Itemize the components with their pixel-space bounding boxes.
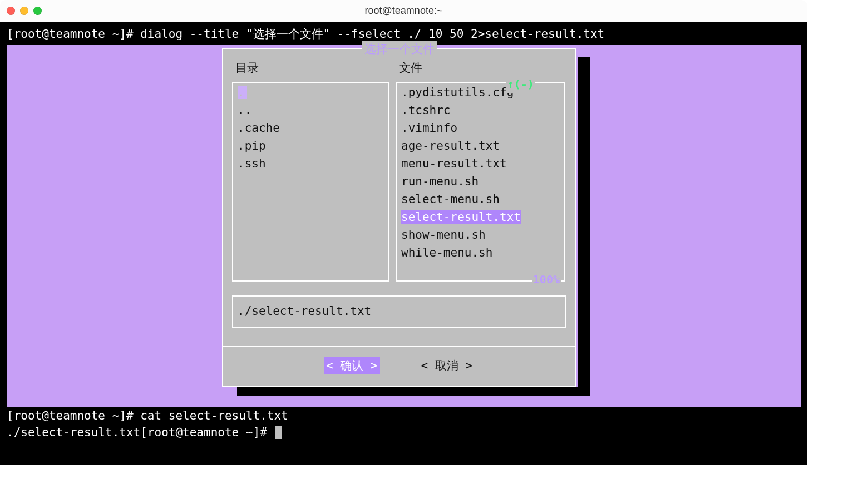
cancel-button[interactable]: < 取消 >	[419, 357, 475, 374]
window-title: root@teamnote:~	[0, 5, 807, 17]
path-input[interactable]: ./select-result.txt	[232, 295, 566, 328]
dialog-background: 选择一个文件 目录 文件 ....cache.pip.ssh ↑(-) 100%…	[7, 45, 801, 407]
directory-list[interactable]: ....cache.pip.ssh	[232, 82, 389, 282]
file-item[interactable]: show-menu.sh	[397, 226, 564, 244]
file-item[interactable]: run-menu.sh	[397, 172, 564, 190]
directory-item[interactable]: .pip	[233, 137, 388, 155]
fselect-dialog: 选择一个文件 目录 文件 ....cache.pip.ssh ↑(-) 100%…	[222, 48, 576, 387]
dialog-shadow	[578, 57, 590, 396]
file-item[interactable]: menu-result.txt	[397, 155, 564, 172]
terminal[interactable]: [root@teamnote ~]# dialog --title "选择一个文…	[0, 22, 807, 465]
dialog-title: 选择一个文件	[362, 41, 437, 57]
file-item[interactable]: age-result.txt	[397, 137, 564, 155]
scroll-percent: 100%	[532, 270, 561, 288]
path-value: ./select-result.txt	[238, 304, 371, 318]
directory-item[interactable]: ..	[233, 101, 388, 119]
file-item[interactable]: .viminfo	[397, 119, 564, 137]
directory-item[interactable]: .cache	[233, 119, 388, 137]
dialog-shadow	[237, 387, 590, 396]
separator	[223, 346, 575, 347]
directory-item[interactable]: .ssh	[233, 155, 388, 172]
files-label: 文件	[399, 60, 422, 76]
file-item[interactable]: .pydistutils.cfg	[397, 83, 564, 101]
directory-item[interactable]: .	[233, 83, 388, 101]
terminal-line: [root@teamnote ~]# cat select-result.txt	[0, 407, 807, 424]
file-item[interactable]: select-menu.sh	[397, 190, 564, 208]
window-title-bar: root@teamnote:~	[0, 0, 807, 22]
terminal-line: ./select-result.txt[root@teamnote ~]#	[0, 424, 807, 441]
terminal-output: [root@teamnote ~]# cat select-result.txt…	[0, 407, 807, 441]
dialog-buttons: < 确认 > < 取消 >	[223, 357, 575, 374]
file-list[interactable]: ↑(-) 100% .pydistutils.cfg.tcshrc.viminf…	[396, 82, 565, 282]
scroll-indicator-icon: ↑(-)	[506, 75, 535, 93]
directories-label: 目录	[235, 60, 259, 76]
file-item[interactable]: .tcshrc	[397, 101, 564, 119]
cursor-icon	[275, 426, 282, 439]
file-item[interactable]: while-menu.sh	[397, 244, 564, 262]
ok-button[interactable]: < 确认 >	[324, 357, 380, 374]
terminal-line: [root@teamnote ~]# dialog --title "选择一个文…	[0, 22, 807, 42]
file-item[interactable]: select-result.txt	[397, 208, 564, 226]
